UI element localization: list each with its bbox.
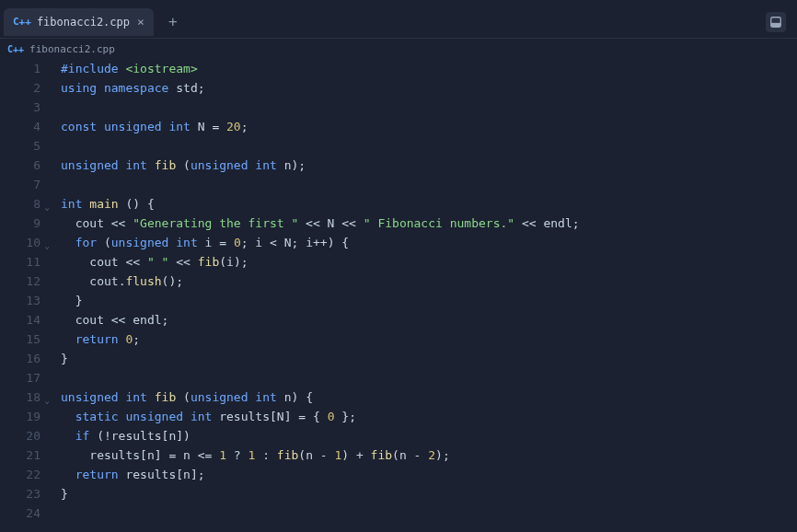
line-number: 4: [0, 117, 40, 136]
tab-label: fibonacci2.cpp: [37, 16, 130, 29]
line-number: 20: [0, 426, 40, 445]
line-number: 2: [0, 78, 40, 98]
line-number: 22: [0, 465, 40, 484]
cpp-file-icon: C++: [7, 44, 24, 54]
code-line[interactable]: unsigned int fib (unsigned int n);: [61, 156, 797, 175]
line-number: 5: [0, 136, 40, 156]
line-number: 12: [0, 272, 40, 291]
fold-chevron-icon[interactable]: ⌄: [45, 198, 50, 217]
new-tab-button[interactable]: +: [163, 12, 183, 32]
line-number: 18⌄: [0, 387, 40, 407]
code-line[interactable]: }: [61, 349, 797, 368]
code-line[interactable]: cout.flush();: [61, 272, 797, 291]
line-number: 3: [0, 98, 40, 117]
line-number: 21: [0, 445, 40, 465]
code-line[interactable]: [61, 136, 797, 156]
panel-icon: [769, 16, 782, 29]
code-line[interactable]: [61, 503, 797, 523]
line-number: 10⌄: [0, 233, 40, 252]
code-line[interactable]: static unsigned int results[N] = { 0 };: [61, 407, 797, 426]
fold-chevron-icon[interactable]: ⌄: [45, 237, 50, 256]
line-number: 8⌄: [0, 194, 40, 214]
code-line[interactable]: [61, 368, 797, 387]
code-content[interactable]: #include <iostream>using namespace std;c…: [48, 59, 797, 532]
code-line[interactable]: cout << " " << fib(i);: [61, 252, 797, 272]
code-line[interactable]: #include <iostream>: [61, 59, 797, 78]
code-line[interactable]: if (!results[n]): [61, 426, 797, 445]
line-number: 23: [0, 484, 40, 503]
code-line[interactable]: return 0;: [61, 330, 797, 349]
code-line[interactable]: }: [61, 484, 797, 503]
line-number: 1: [0, 59, 40, 78]
code-line[interactable]: }: [61, 291, 797, 310]
code-line[interactable]: cout << "Generating the first " << N << …: [61, 214, 797, 233]
line-number: 24: [0, 503, 40, 523]
code-line[interactable]: using namespace std;: [61, 78, 797, 98]
code-line[interactable]: return results[n];: [61, 465, 797, 484]
file-tab[interactable]: C++ fibonacci2.cpp ×: [4, 8, 154, 36]
close-icon[interactable]: ×: [137, 15, 144, 29]
code-line[interactable]: for (unsigned int i = 0; i < N; i++) {: [61, 233, 797, 252]
code-line[interactable]: const unsigned int N = 20;: [61, 117, 797, 136]
breadcrumb-path: fibonacci2.cpp: [29, 43, 115, 55]
line-number: 17: [0, 368, 40, 387]
code-editor[interactable]: 12345678⌄910⌄1112131415161718⌄1920212223…: [0, 59, 797, 532]
line-number: 16: [0, 349, 40, 368]
line-number: 11: [0, 252, 40, 272]
line-number: 14: [0, 310, 40, 330]
code-line[interactable]: results[n] = n <= 1 ? 1 : fib(n - 1) + f…: [61, 445, 797, 465]
code-line[interactable]: cout << endl;: [61, 310, 797, 330]
line-number: 9: [0, 214, 40, 233]
line-number: 19: [0, 407, 40, 426]
fold-chevron-icon[interactable]: ⌄: [45, 391, 50, 411]
code-line[interactable]: [61, 98, 797, 117]
code-line[interactable]: unsigned int fib (unsigned int n) {: [61, 387, 797, 407]
code-line[interactable]: [61, 175, 797, 194]
breadcrumb[interactable]: C++ fibonacci2.cpp: [0, 39, 797, 59]
line-number: 15: [0, 330, 40, 349]
toggle-panel-button[interactable]: [766, 12, 786, 32]
cpp-file-icon: C++: [13, 16, 31, 28]
line-number: 13: [0, 291, 40, 310]
svg-rect-1: [771, 22, 781, 26]
line-number: 7: [0, 175, 40, 194]
line-number-gutter: 12345678⌄910⌄1112131415161718⌄1920212223…: [0, 59, 48, 532]
tab-bar: C++ fibonacci2.cpp × +: [0, 0, 797, 39]
line-number: 6: [0, 156, 40, 175]
code-line[interactable]: int main () {: [61, 194, 797, 214]
